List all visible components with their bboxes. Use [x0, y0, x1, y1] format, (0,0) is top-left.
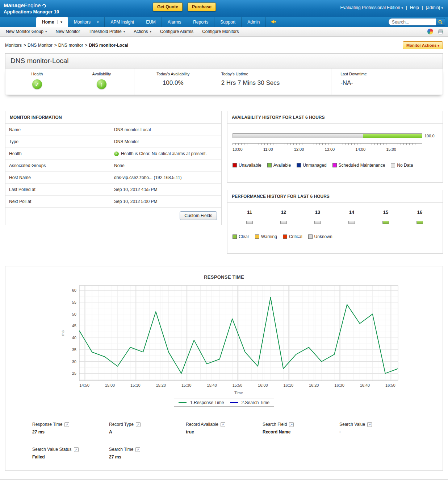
performance-hours: 111213141516: [233, 209, 437, 224]
subnav-item-new-monitor[interactable]: New Monitor: [51, 29, 84, 34]
breadcrumb-item-monitors[interactable]: Monitors: [5, 43, 22, 48]
svg-text:ms: ms: [60, 330, 65, 336]
help-link[interactable]: Help: [410, 5, 419, 10]
external-link-icon[interactable]: ↗: [74, 447, 79, 452]
top-header: ManageEngine Applications Manager 10 Get…: [0, 0, 448, 17]
stat-health: Health ✓: [5, 68, 69, 95]
main-nav-items: Home▾Monitors▾APM InsightEUMAlarmsReport…: [0, 17, 266, 27]
search-button[interactable]: [436, 18, 445, 26]
field-label-row: Record Type↗: [109, 422, 186, 427]
edition-label: Evaluating Professional Edition: [340, 5, 400, 10]
admin-menu[interactable]: [admin] ▾: [426, 5, 443, 10]
nav-item-home[interactable]: Home▾: [36, 17, 68, 27]
chart-legend: 1.Response Time 2.Search Time: [174, 399, 274, 407]
monitor-info-label: Next Poll at: [5, 199, 114, 204]
nav-item-label: Admin: [247, 20, 260, 25]
purchase-button[interactable]: Purchase: [188, 3, 216, 11]
monitor-info-value-text: Health is Clear. No critical alarms at p…: [121, 151, 207, 156]
nav-item-support[interactable]: Support: [214, 17, 242, 27]
response-time-chart: 253035404550556014:5015:0015:1015:2015:3…: [38, 282, 411, 398]
nav-item-monitors[interactable]: Monitors▾: [68, 17, 105, 27]
get-quote-button[interactable]: Get Quote: [153, 3, 183, 11]
monitor-info-label: Name: [5, 127, 114, 132]
legend-label: Available: [273, 163, 291, 168]
monitor-info-value: DNS monitor-Local: [114, 127, 154, 132]
monitor-info-value-text: Sep 10, 2012 5:00 PM: [114, 199, 157, 204]
printer-icon[interactable]: [437, 29, 444, 34]
custom-fields-button[interactable]: Custom Fields: [180, 211, 217, 220]
monitor-info-label: Type: [5, 139, 114, 144]
availability-bar-value: 100.0: [422, 134, 437, 138]
legend-item-unmanaged: Unmanaged: [297, 163, 326, 168]
legend-item-warning: Warning: [255, 234, 277, 239]
availability-bar-track: [233, 133, 422, 138]
monitor-info-value-text: Sep 10, 2012 4:55 PM: [114, 187, 157, 192]
external-link-icon[interactable]: ↗: [64, 422, 69, 427]
chart-legend-item: 2.Search Time: [230, 400, 269, 405]
brand-logo: ManageEngine Applications Manager 10: [4, 2, 59, 15]
subnav-item-label: New Monitor Group: [6, 29, 43, 34]
field-label-row: Search Time↗: [109, 447, 186, 452]
nav-item-label: Monitors: [74, 20, 91, 25]
performance-hour-label: 15: [369, 209, 403, 215]
subnav-item-label: Configure Monitors: [202, 29, 239, 34]
monitor-info-value-text: None: [114, 163, 125, 168]
brand-engine: Engine: [24, 2, 41, 8]
field-response-time: Response Time↗27 ms: [32, 422, 109, 435]
field-value: -: [339, 429, 416, 435]
chevron-down-icon: ▾: [150, 30, 152, 33]
search-area: [388, 18, 445, 26]
breadcrumb-item-dns-monitor[interactable]: DNS Monitor: [28, 43, 53, 48]
performance-hour-11: 11: [233, 209, 267, 224]
breadcrumb-item-dns-monitor[interactable]: DNS monitor: [58, 43, 83, 48]
legend-swatch: [308, 234, 313, 239]
monitor-info-value: ✓Health is Clear. No critical alarms at …: [114, 151, 210, 156]
chart-legend-item: 1.Response Time: [179, 400, 224, 405]
brand-manage: Manage: [4, 2, 24, 8]
performance-status-box: [246, 221, 253, 224]
performance-status-box: [314, 221, 321, 224]
breadcrumb-separator: >: [85, 43, 87, 48]
legend-label: Warning: [261, 234, 277, 239]
subnav-item-new-monitor-group[interactable]: New Monitor Group▾: [1, 29, 51, 34]
performance-status-box: [280, 221, 287, 224]
svg-text:30: 30: [72, 360, 76, 364]
performance-history-card: PERFORMANCE HISTORY FOR LAST 6 HOURS 111…: [227, 190, 443, 254]
performance-history-content: 111213141516 ClearWarningCriticalUnknown: [227, 203, 443, 245]
subnav-item-configure-alarms[interactable]: Configure Alarms: [156, 29, 198, 34]
stat-todays-uptime-value: 2 Hrs 7 Mins 30 Secs: [221, 79, 331, 87]
nav-item-alarms[interactable]: Alarms: [162, 17, 187, 27]
external-link-icon[interactable]: ↗: [367, 422, 372, 427]
monitor-actions-button[interactable]: Monitor Actions ▾: [403, 41, 443, 49]
product-name: Applications Manager 10: [4, 9, 59, 15]
subnav-item-configure-monitors[interactable]: Configure Monitors: [198, 29, 243, 34]
edition-menu[interactable]: Evaluating Professional Edition ▾: [340, 5, 403, 10]
page-title: DNS monitor-Local: [5, 53, 443, 68]
pie-chart-icon[interactable]: [427, 29, 433, 34]
line-swatch: [179, 402, 187, 403]
external-link-icon[interactable]: ↗: [136, 422, 141, 427]
svg-text:15:40: 15:40: [207, 383, 217, 387]
external-link-icon[interactable]: ↗: [221, 422, 225, 427]
svg-text:45: 45: [72, 324, 76, 328]
swirl-icon: [42, 3, 47, 8]
footer: Server responded in 399 milliseconds. Se…: [0, 479, 448, 482]
header-links: Evaluating Professional Edition ▾ | Help…: [340, 5, 443, 10]
subnav-item-actions[interactable]: Actions▾: [129, 29, 156, 34]
subnav-item-threshold-profile[interactable]: Threshold Profile▾: [84, 29, 129, 34]
legend-item-available: Available: [267, 163, 291, 168]
external-link-icon[interactable]: ↗: [135, 447, 140, 452]
nav-item-apm-insight[interactable]: APM Insight: [105, 17, 140, 27]
search-input[interactable]: [388, 18, 436, 26]
legend-swatch: [233, 163, 237, 167]
announcement-icon[interactable]: [271, 17, 276, 27]
nav-item-admin[interactable]: Admin: [242, 17, 266, 27]
admin-label: [admin]: [426, 5, 440, 10]
nav-item-eum[interactable]: EUM: [140, 17, 162, 27]
nav-item-label: EUM: [146, 20, 156, 25]
field-label-row: Search Field↗: [263, 422, 339, 427]
external-link-icon[interactable]: ↗: [289, 422, 294, 427]
performance-hour-13: 13: [301, 209, 335, 224]
nav-item-reports[interactable]: Reports: [187, 17, 214, 27]
stat-last-downtime-value: -NA-: [340, 79, 443, 87]
